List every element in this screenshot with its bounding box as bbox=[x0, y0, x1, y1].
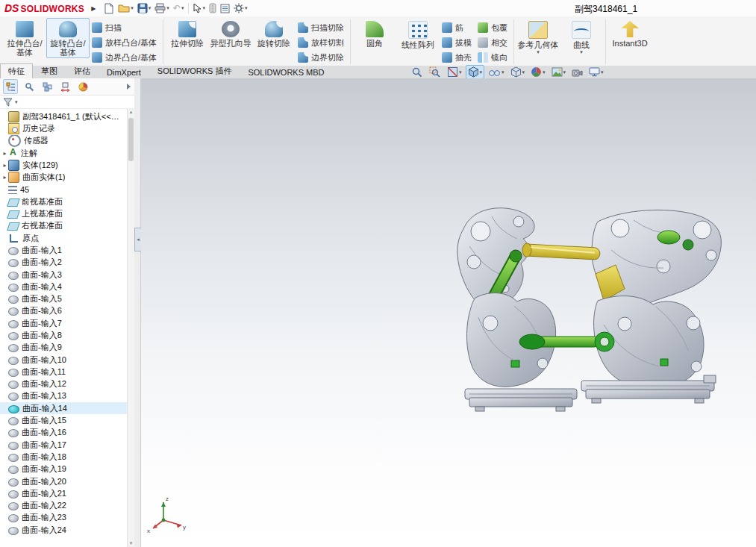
tree-item[interactable]: 曲面-输入8 bbox=[0, 329, 127, 341]
tree-item[interactable]: 前视基准面 bbox=[0, 196, 127, 207]
command-tab[interactable]: 评估 bbox=[66, 63, 99, 78]
undo-button[interactable]: ↶ ▾ bbox=[172, 1, 186, 15]
revolved-cut-button[interactable]: 旋转切除 bbox=[252, 18, 296, 49]
propertymanager-tab[interactable] bbox=[22, 80, 36, 93]
tree-item[interactable]: 曲面-输入2 bbox=[0, 257, 127, 269]
command-tab[interactable]: 特征 bbox=[0, 63, 33, 78]
boundary-cut-button[interactable]: 边界切除 bbox=[296, 50, 348, 64]
tree-root[interactable]: 副驾3418461_1 (默认<<默认>_显示... bbox=[0, 110, 127, 122]
reference-geometry-button[interactable]: 参考几何体 ▾ bbox=[516, 18, 560, 56]
select-caret-icon[interactable]: ▾ bbox=[202, 5, 205, 11]
tree-item[interactable]: 曲面-输入3 bbox=[0, 269, 127, 281]
tree-item[interactable]: ▸ 注解 bbox=[0, 147, 127, 159]
instant3d-button[interactable]: Instant3D bbox=[608, 18, 652, 49]
mirror-button[interactable]: 镜向 bbox=[475, 50, 511, 64]
tree-item[interactable]: 曲面-输入14 bbox=[0, 402, 127, 414]
command-tab[interactable]: SOLIDWORKS MBD bbox=[240, 66, 332, 78]
tree-item[interactable]: 曲面-输入10 bbox=[0, 354, 127, 366]
menu-expand-icon[interactable]: ▶ bbox=[91, 5, 96, 12]
extruded-boss-button[interactable]: 拉伸凸台/基体 bbox=[3, 18, 46, 58]
tree-item[interactable]: ▸ 实体(129) bbox=[0, 159, 127, 171]
edit-appearance-button[interactable] bbox=[528, 65, 548, 79]
expand-arrow-icon[interactable]: ▸ bbox=[1, 150, 8, 157]
tree-item[interactable]: 曲面-输入12 bbox=[0, 378, 127, 390]
graphics-viewport[interactable]: z y x bbox=[141, 78, 756, 547]
tree-item[interactable]: 曲面-输入22 bbox=[0, 500, 127, 512]
scroll-up-icon[interactable]: ▲ bbox=[128, 109, 134, 116]
curves-button[interactable]: 曲线 ▾ bbox=[560, 18, 603, 56]
intersect-button[interactable]: 相交 bbox=[475, 35, 511, 49]
linear-pattern-button[interactable]: 线性阵列 bbox=[396, 18, 440, 51]
command-tab[interactable]: 草图 bbox=[33, 63, 66, 78]
save-button[interactable]: ▾ bbox=[136, 1, 153, 15]
tree-item[interactable]: 曲面-输入20 bbox=[0, 475, 127, 487]
select-button[interactable]: ▾ bbox=[192, 1, 207, 15]
model-green-detail-right[interactable] bbox=[660, 359, 668, 366]
expand-arrow-icon[interactable]: ▸ bbox=[1, 162, 8, 169]
draft-button[interactable]: 拔模 bbox=[440, 35, 475, 49]
options-button[interactable]: ▾ bbox=[232, 1, 249, 15]
tree-item[interactable]: 曲面-输入6 bbox=[0, 305, 127, 317]
displaymanager-tab[interactable] bbox=[76, 80, 90, 93]
tree-item[interactable]: 上视基准面 bbox=[0, 207, 127, 219]
view-settings-button[interactable] bbox=[587, 66, 606, 78]
tree-item[interactable]: 曲面-输入11 bbox=[0, 366, 127, 378]
lofted-boss-button[interactable]: 放样凸台/基体 bbox=[90, 35, 160, 49]
tree-item[interactable]: ▸ 曲面实体(1) bbox=[0, 171, 127, 183]
save-caret-icon[interactable]: ▾ bbox=[149, 5, 151, 11]
curves-caret-icon[interactable]: ▾ bbox=[580, 49, 583, 54]
tree-item[interactable]: 曲面-输入5 bbox=[0, 293, 127, 304]
swept-cut-button[interactable]: 扫描切除 bbox=[296, 20, 348, 34]
camera-button[interactable] bbox=[569, 66, 585, 78]
display-style-button[interactable] bbox=[466, 65, 485, 79]
tree-item[interactable]: 曲面-输入1 bbox=[0, 244, 127, 256]
lofted-cut-button[interactable]: 放样切割 bbox=[296, 35, 348, 49]
tree-item[interactable]: 曲面-输入19 bbox=[0, 463, 127, 475]
model-green-bushing[interactable] bbox=[657, 231, 680, 244]
hide-show-items-button[interactable] bbox=[486, 66, 507, 79]
zoom-fit-button[interactable] bbox=[409, 65, 425, 80]
featuremanager-tab[interactable] bbox=[3, 79, 18, 94]
tree-item[interactable]: 曲面-输入17 bbox=[0, 439, 127, 451]
expand-arrow-icon[interactable]: ▸ bbox=[1, 174, 8, 181]
tree-item[interactable]: 右视基准面 bbox=[0, 220, 127, 232]
tree-item[interactable]: 曲面-输入24 bbox=[0, 524, 127, 536]
rib-button[interactable]: 筋 bbox=[440, 20, 475, 34]
boundary-boss-button[interactable]: 边界凸台/基体 bbox=[90, 50, 160, 64]
command-tab[interactable]: DimXpert bbox=[99, 66, 149, 78]
tree-item[interactable]: 曲面-输入7 bbox=[0, 317, 127, 329]
file-properties-button[interactable] bbox=[219, 1, 231, 15]
configurationmanager-tab[interactable] bbox=[40, 80, 54, 93]
model-green-cross-tube[interactable] bbox=[519, 332, 614, 351]
tree-item[interactable]: 曲面-输入18 bbox=[0, 451, 127, 463]
print-caret-icon[interactable]: ▾ bbox=[166, 5, 169, 11]
undo-caret-icon[interactable]: ▾ bbox=[181, 5, 184, 11]
open-caret-icon[interactable]: ▾ bbox=[131, 5, 134, 11]
revolved-boss-button[interactable]: 旋转凸台/基体 bbox=[46, 18, 90, 58]
tree-item[interactable]: 曲面-输入23 bbox=[0, 512, 127, 524]
model-left-rail[interactable] bbox=[465, 389, 577, 411]
tree-item[interactable]: 曲面-输入16 bbox=[0, 427, 127, 439]
wrap-button[interactable]: 包覆 bbox=[475, 20, 511, 34]
shell-button[interactable]: 抽壳 bbox=[440, 50, 475, 64]
tree-item[interactable]: 传感器 bbox=[0, 135, 127, 147]
tree-item[interactable]: 曲面-输入13 bbox=[0, 390, 127, 402]
new-document-button[interactable] bbox=[102, 1, 116, 15]
model-green-detail-left[interactable] bbox=[511, 360, 519, 367]
zoom-area-button[interactable] bbox=[427, 65, 443, 80]
command-tab[interactable]: SOLIDWORKS 插件 bbox=[149, 63, 240, 78]
tree-item[interactable]: 曲面-输入15 bbox=[0, 414, 127, 426]
fillet-button[interactable]: 圆角 bbox=[353, 18, 396, 49]
tree-item[interactable]: 曲面-输入21 bbox=[0, 487, 127, 499]
tree-item[interactable]: 原点 bbox=[0, 232, 127, 244]
rebuild-button[interactable] bbox=[207, 1, 218, 15]
scroll-down-icon[interactable]: ▼ bbox=[128, 540, 134, 547]
scrollbar-thumb[interactable] bbox=[128, 118, 134, 161]
tree-item[interactable]: 曲面-输入4 bbox=[0, 281, 127, 293]
tree-item[interactable]: 曲面-输入9 bbox=[0, 342, 127, 354]
panel-collapse-button[interactable] bbox=[125, 83, 131, 90]
view-orientation-button[interactable] bbox=[508, 65, 528, 79]
model-yellow-tube[interactable] bbox=[522, 243, 601, 260]
filter-funnel-icon[interactable] bbox=[3, 98, 13, 107]
hole-wizard-button[interactable]: 异型孔向导 bbox=[209, 18, 252, 49]
